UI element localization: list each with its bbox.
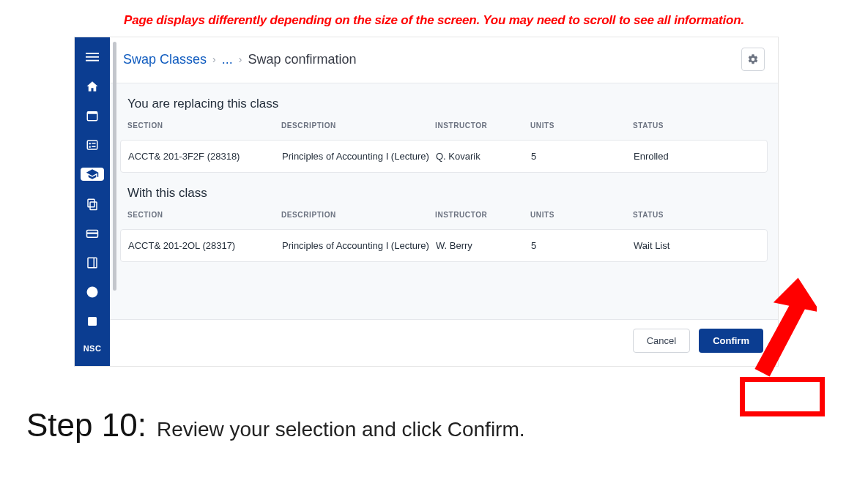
cancel-button[interactable]: Cancel (633, 329, 690, 353)
svg-rect-14 (88, 258, 97, 268)
breadcrumb-ellipsis[interactable]: ... (222, 52, 233, 67)
svg-rect-17 (88, 317, 97, 326)
with-this-title: With this class (110, 173, 778, 203)
annotation-highlight-box (740, 377, 825, 416)
th-section: SECTION (127, 122, 281, 130)
person-icon[interactable] (81, 315, 104, 328)
th-instructor: INSTRUCTOR (435, 211, 530, 219)
footer-actions: Cancel Confirm (110, 319, 778, 366)
svg-rect-0 (86, 53, 99, 54)
step-text-bold: Confirm (448, 418, 519, 441)
app-window: NSC Swap Classes › ... › Swap confirmati… (74, 37, 779, 367)
svg-rect-5 (87, 141, 97, 149)
cell-status: Enrolled (634, 151, 760, 162)
content-area: You are replacing this class SECTION DES… (110, 83, 778, 366)
th-status: STATUS (633, 122, 760, 130)
table-row[interactable]: ACCT& 201-2OL (28317) Principles of Acco… (120, 229, 768, 262)
table-row[interactable]: ACCT& 201-3F2F (28318) Principles of Acc… (120, 140, 768, 173)
card-icon[interactable] (81, 227, 104, 240)
svg-rect-8 (89, 146, 91, 148)
gear-icon (747, 53, 759, 65)
chevron-right-icon: › (212, 53, 216, 65)
th-section: SECTION (127, 211, 281, 219)
cell-section: ACCT& 201-3F2F (28318) (128, 151, 282, 162)
breadcrumb-bar: Swap Classes › ... › Swap confirmation (110, 37, 778, 83)
home-icon[interactable] (81, 80, 104, 93)
scrollbar[interactable] (113, 42, 116, 291)
breadcrumb: Swap Classes › ... › Swap confirmation (123, 52, 356, 67)
sidebar-nsc-label[interactable]: NSC (84, 344, 102, 353)
svg-rect-4 (87, 112, 97, 114)
svg-rect-1 (86, 56, 99, 58)
cell-instructor: Q. Kovarik (436, 151, 531, 162)
cell-description: Principles of Accounting I (Lecture) (282, 240, 436, 251)
top-warning-text: Page displays differently depending on t… (0, 0, 868, 37)
settings-button[interactable] (741, 48, 765, 71)
svg-rect-10 (90, 202, 97, 210)
chevron-right-icon: › (239, 53, 242, 65)
step-text: Review your selection and click Confirm. (157, 418, 525, 441)
svg-rect-9 (92, 146, 95, 148)
cell-status: Wait List (634, 240, 760, 251)
main-panel: Swap Classes › ... › Swap confirmation Y… (110, 37, 778, 366)
menu-icon[interactable] (81, 51, 104, 64)
book-icon[interactable] (81, 256, 104, 269)
cell-section: ACCT& 201-2OL (28317) (128, 240, 282, 251)
th-description: DESCRIPTION (281, 211, 435, 219)
checklist-icon[interactable] (81, 138, 104, 152)
svg-rect-13 (87, 232, 98, 233)
step-label: Step 10: (26, 407, 146, 444)
table1-header: SECTION DESCRIPTION INSTRUCTOR UNITS STA… (110, 114, 778, 140)
svg-rect-15 (94, 258, 95, 268)
step-instruction: Step 10: Review your selection and click… (26, 407, 525, 444)
th-units: UNITS (530, 211, 633, 219)
svg-rect-11 (88, 199, 94, 207)
th-units: UNITS (530, 122, 633, 130)
svg-rect-2 (86, 60, 99, 61)
step-text-pre: Review your selection and click (157, 418, 448, 441)
cell-units: 5 (531, 240, 634, 251)
svg-point-16 (87, 286, 98, 297)
info-icon[interactable] (81, 285, 104, 299)
graduation-icon[interactable] (81, 168, 104, 181)
breadcrumb-root[interactable]: Swap Classes (123, 52, 207, 67)
svg-rect-6 (89, 143, 91, 144)
calendar-icon[interactable] (81, 109, 104, 122)
sidebar: NSC (75, 37, 110, 366)
confirm-button[interactable]: Confirm (699, 329, 763, 353)
svg-rect-7 (92, 143, 95, 144)
step-text-post: . (519, 418, 525, 441)
copy-icon[interactable] (81, 197, 104, 210)
cell-description: Principles of Accounting I (Lecture) (282, 151, 436, 162)
th-instructor: INSTRUCTOR (435, 122, 530, 130)
th-description: DESCRIPTION (281, 122, 435, 130)
cell-instructor: W. Berry (436, 240, 531, 251)
th-status: STATUS (633, 211, 760, 219)
table2-header: SECTION DESCRIPTION INSTRUCTOR UNITS STA… (110, 203, 778, 229)
breadcrumb-current: Swap confirmation (248, 52, 356, 67)
replacing-title: You are replacing this class (110, 83, 778, 114)
cell-units: 5 (531, 151, 634, 162)
